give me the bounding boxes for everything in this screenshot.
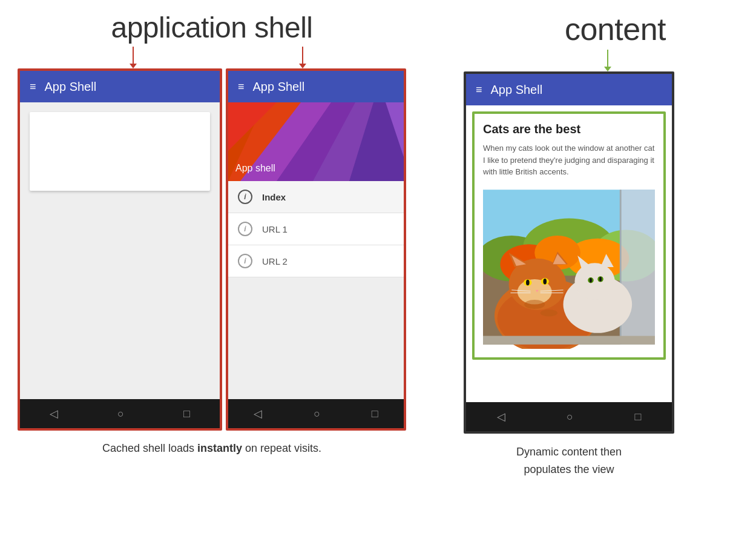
- cat-image: [483, 185, 655, 349]
- phone2-title: App Shell: [253, 80, 305, 94]
- left-arrow-line: [133, 47, 134, 64]
- phone1-title: App Shell: [45, 80, 97, 94]
- left-arrow-head: [130, 64, 137, 68]
- drawer-item-url2-label: URL 2: [262, 256, 288, 266]
- caption-left: Cached shell loads instantly on repeat v…: [102, 440, 321, 457]
- caption-right: Dynamic content thenpopulates the view: [516, 443, 622, 478]
- phone1-home-icon[interactable]: ○: [117, 408, 124, 420]
- phone3-content-card: Cats are the best When my cats look out …: [472, 111, 666, 360]
- phone2-back-icon[interactable]: ◁: [254, 407, 262, 420]
- phone3-hamburger-icon: ≡: [476, 84, 481, 96]
- phone2-nav-bar: ◁ ○ □: [228, 399, 404, 428]
- drawer-item-url1[interactable]: i URL 1: [228, 213, 404, 245]
- svg-rect-44: [483, 336, 655, 344]
- phone3-screen: ≡ App Shell Cats are the best When my ca…: [466, 74, 672, 431]
- svg-point-28: [526, 279, 530, 285]
- phone2-content: App shell i Index i URL 1: [228, 102, 404, 399]
- drawer-header-text: App shell: [235, 163, 275, 174]
- drawer-item-url2-icon: i: [238, 254, 252, 268]
- phone1-hamburger-icon: ≡: [30, 81, 35, 93]
- content-arrow-head: [604, 67, 611, 71]
- phone1-recent-icon[interactable]: □: [183, 408, 190, 420]
- phone2-home-icon[interactable]: ○: [314, 408, 320, 420]
- drawer-item-url2[interactable]: i URL 2: [228, 245, 404, 277]
- phone1-screen: ≡ App Shell ◁ ○ □: [20, 71, 220, 428]
- right-arrow-line: [302, 47, 303, 64]
- phone3-app-bar: ≡ App Shell: [466, 74, 672, 105]
- phone3-home-icon[interactable]: ○: [567, 411, 573, 423]
- phone1-card: [30, 112, 210, 191]
- drawer-item-url1-label: URL 1: [262, 224, 288, 234]
- phone2-app-bar: ≡ App Shell: [228, 71, 404, 102]
- svg-point-30: [543, 278, 547, 283]
- phone2-screen: ≡ App Shell: [228, 71, 404, 428]
- phone3-title: App Shell: [491, 83, 543, 97]
- phone2-outline: ≡ App Shell: [226, 68, 406, 431]
- content-arrow-line: [607, 50, 608, 67]
- drawer-item-index-icon: i: [238, 190, 252, 204]
- article-title: Cats are the best: [483, 122, 655, 136]
- phone3-recent-icon[interactable]: □: [634, 411, 641, 423]
- svg-point-43: [599, 277, 602, 282]
- svg-point-46: [541, 309, 557, 316]
- phone3-nav-bar: ◁ ○ □: [466, 402, 672, 431]
- phone3-content: Cats are the best When my cats look out …: [466, 105, 672, 402]
- drawer-header: App shell: [228, 102, 404, 181]
- phone3-back-icon[interactable]: ◁: [497, 410, 505, 423]
- content-label: content: [565, 11, 666, 47]
- phone2-hamburger-icon: ≡: [238, 81, 243, 93]
- phone2-drawer: App shell i Index i URL 1: [228, 102, 404, 399]
- application-shell-label: application shell: [111, 11, 312, 44]
- drawer-item-index[interactable]: i Index: [228, 181, 404, 213]
- drawer-item-url1-icon: i: [238, 222, 252, 236]
- svg-rect-17: [620, 190, 655, 345]
- phone1-nav-bar: ◁ ○ □: [20, 399, 220, 428]
- phone1-app-bar: ≡ App Shell: [20, 71, 220, 102]
- phone1-outline: ≡ App Shell ◁ ○ □: [18, 68, 222, 431]
- right-arrow-head: [299, 64, 306, 68]
- svg-point-45: [524, 299, 545, 308]
- article-body: When my cats look out the window at anot…: [483, 142, 655, 178]
- phone3-outline: ≡ App Shell Cats are the best When my ca…: [464, 71, 674, 434]
- phone2-recent-icon[interactable]: □: [372, 408, 378, 420]
- phone1-back-icon[interactable]: ◁: [50, 407, 58, 420]
- phone1-content: [20, 102, 220, 399]
- svg-point-41: [590, 277, 592, 282]
- svg-point-37: [574, 263, 614, 300]
- drawer-item-index-label: Index: [262, 192, 286, 202]
